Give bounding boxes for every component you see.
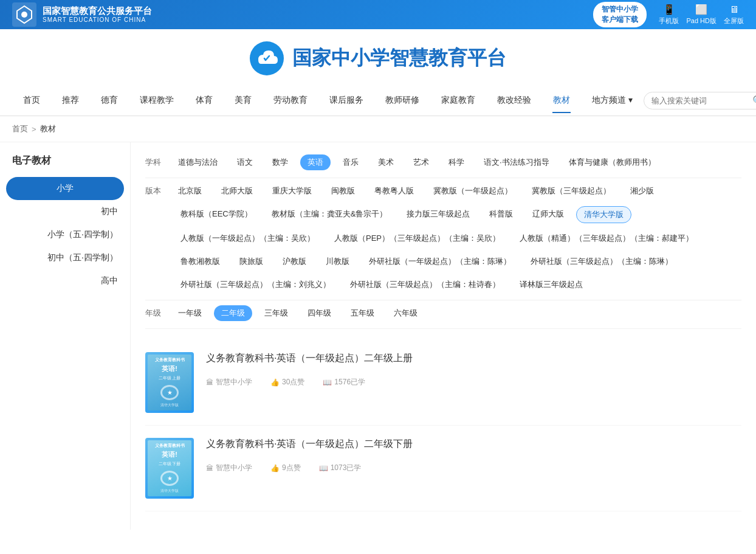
nav-course[interactable]: 课程教学 [129, 88, 185, 113]
search-input[interactable] [651, 96, 749, 105]
search-icon[interactable]: 🔍 [752, 95, 756, 106]
grade-4[interactable]: 四年级 [300, 305, 338, 321]
filter-content-area: 学科 道德与法治 语文 数学 英语 音乐 美术 艺术 科学 语文·书法练习指导 … [131, 142, 756, 530]
top-bar: 国家智慧教育公共服务平台 SMART EDUCATION OF CHINA 智管… [0, 0, 756, 29]
book-cover-2: 义务教育教科书 英语! 二年级 下册 ★ 清华大学版 [145, 438, 194, 499]
sidebar-item-high[interactable]: 高中 [0, 269, 130, 293]
edition-pep[interactable]: 人教版（PEP）（三年级起点）（主编：吴欣） [327, 230, 507, 246]
edition-chuan[interactable]: 川教版 [318, 254, 357, 269]
grade-filter-row: 年级 一年级 二年级 三年级 四年级 五年级 六年级 [145, 305, 741, 321]
subject-art[interactable]: 艺术 [406, 154, 436, 170]
edition-yue[interactable]: 粤教粤人版 [367, 183, 421, 199]
filter-divider-2 [145, 300, 741, 300]
edition-gong[interactable]: 教材版（主编：龚亚夫&鲁宗干） [264, 206, 395, 223]
book-likes-2: 👍 9点赞 [270, 463, 301, 473]
nav-reform[interactable]: 教改经验 [486, 88, 542, 113]
edition-yilin[interactable]: 译林版三年级起点 [512, 277, 590, 293]
nav-local[interactable]: 地方频道 ▾ [581, 88, 644, 113]
sidebar-item-middle[interactable]: 初中 [0, 200, 130, 223]
sidebar-item-elementary[interactable]: 小学 [6, 177, 124, 200]
edition-chongqing[interactable]: 重庆大学版 [265, 183, 319, 199]
mobile-label: 手机版 [659, 16, 679, 26]
source-icon-2: 🏛 [206, 464, 213, 473]
edition-shan[interactable]: 陕旅版 [232, 254, 270, 269]
subject-chinese[interactable]: 语文 [230, 154, 260, 170]
subject-label: 学科 [145, 154, 163, 168]
edition-ji-1[interactable]: 冀教版（一年级起点） [426, 183, 520, 199]
edition-eec[interactable]: 教科版（EEC学院） [173, 206, 259, 223]
subject-pe[interactable]: 体育与健康（教师用书） [562, 154, 663, 170]
grade-3[interactable]: 三年级 [257, 305, 295, 321]
sidebar: 电子教材 小学 初中 小学（五·四学制） 初中（五·四学制） 高中 [0, 142, 131, 530]
breadcrumb-home[interactable]: 首页 [12, 123, 28, 134]
grade-2[interactable]: 二年级 [214, 305, 252, 321]
nav-labor[interactable]: 劳动教育 [263, 88, 318, 113]
search-box: 🔍 [644, 92, 756, 109]
grade-6[interactable]: 六年级 [387, 305, 425, 321]
learner-icon-1: 📖 [323, 378, 332, 387]
nav-moral[interactable]: 德育 [90, 88, 129, 113]
edition-beijing[interactable]: 北京版 [171, 183, 209, 199]
nav-recommend[interactable]: 推荐 [51, 88, 90, 113]
subject-fineart[interactable]: 美术 [371, 154, 401, 170]
download-button[interactable]: 智管中小学客户端下载 [593, 2, 647, 27]
edition-qinghua[interactable]: 清华大学版 [576, 206, 631, 223]
nav-after-school[interactable]: 课后服务 [318, 88, 374, 113]
edition-tags-5: 外研社版（三年级起点）（主编：刘兆义） 外研社版（三年级起点）（主编：桂诗春） … [173, 277, 590, 293]
book-learners-2: 📖 1073已学 [319, 463, 362, 473]
edition-jieli[interactable]: 接力版三年级起点 [399, 206, 477, 223]
edition-xiang[interactable]: 湘少版 [623, 183, 661, 199]
edition-liaoshi[interactable]: 辽师大版 [525, 206, 571, 223]
like-icon-1: 👍 [270, 378, 280, 387]
sidebar-title: 电子教材 [0, 154, 130, 177]
edition-label: 版本 [145, 183, 163, 196]
subject-moral[interactable]: 道德与法治 [171, 154, 225, 170]
filter-divider-1 [145, 178, 741, 178]
book-source-1: 🏛 智慧中小学 [206, 377, 252, 387]
edition-waiyian-3c[interactable]: 外研社版（三年级起点）（主编：桂诗春） [343, 277, 507, 293]
like-icon-2: 👍 [270, 464, 280, 473]
top-bar-right: 智管中小学客户端下载 📱 手机版 ⬜ Pad HD版 🖥 全屏版 [593, 2, 744, 27]
edition-renjiao-1[interactable]: 人教版（一年级起点）（主编：吴欣） [173, 230, 322, 246]
grade-1[interactable]: 一年级 [171, 305, 209, 321]
nav-arts[interactable]: 美育 [224, 88, 263, 113]
book-info-2: 义务教育教科书·英语（一年级起点）二年级下册 🏛 智慧中小学 👍 9点赞 📖 [206, 438, 741, 473]
edition-waiyian-3b[interactable]: 外研社版（三年级起点）（主编：刘兆义） [173, 277, 338, 293]
subject-math[interactable]: 数学 [265, 154, 295, 170]
nav-family[interactable]: 家庭教育 [430, 88, 486, 113]
nav-bar: 首页 推荐 德育 课程教学 体育 美育 劳动教育 课后服务 教师研修 家庭教育 … [0, 85, 756, 116]
book-meta-1: 🏛 智慧中小学 👍 30点赞 📖 1576已学 [206, 377, 741, 387]
edition-lu[interactable]: 鲁教湘教版 [173, 254, 227, 269]
pad-device[interactable]: ⬜ Pad HD版 [686, 4, 716, 26]
subject-calligraphy[interactable]: 语文·书法练习指导 [476, 154, 557, 170]
book-cover-1: 义务教育教科书 英语! 二年级 上册 ★ 清华大学版 [145, 352, 194, 413]
book-title-2[interactable]: 义务教育教科书·英语（一年级起点）二年级下册 [206, 438, 741, 451]
nav-home[interactable]: 首页 [12, 88, 51, 113]
edition-waiyian-3[interactable]: 外研社版（三年级起点）（主编：陈琳） [523, 254, 680, 269]
edition-jt[interactable]: 人教版（精通）（三年级起点）（主编：郝建平） [512, 230, 701, 246]
book-likes-1: 👍 30点赞 [270, 377, 304, 387]
edition-ji-3[interactable]: 冀教版（三年级起点） [524, 183, 618, 199]
logo-main-text: 国家中小学智慧教育平台 [292, 45, 506, 72]
nav-teacher[interactable]: 教师研修 [374, 88, 430, 113]
edition-hu[interactable]: 沪教版 [275, 254, 314, 269]
fullscreen-device[interactable]: 🖥 全屏版 [724, 4, 744, 26]
edition-tags-4: 鲁教湘教版 陕旅版 沪教版 川教版 外研社版（一年级起点）（主编：陈琳） 外研社… [173, 254, 680, 269]
subject-science[interactable]: 科学 [441, 154, 472, 170]
edition-kepu[interactable]: 科普版 [482, 206, 520, 223]
edition-min[interactable]: 闽教版 [324, 183, 362, 199]
edition-waiyian-1[interactable]: 外研社版（一年级起点）（主编：陈琳） [362, 254, 518, 269]
sidebar-item-elementary-alt[interactable]: 小学（五·四学制） [0, 223, 130, 246]
book-title-1[interactable]: 义务教育教科书·英语（一年级起点）二年级上册 [206, 352, 741, 365]
fullscreen-label: 全屏版 [724, 16, 744, 26]
subject-music[interactable]: 音乐 [335, 154, 366, 170]
device-options: 📱 手机版 ⬜ Pad HD版 🖥 全屏版 [659, 4, 744, 26]
book-item-1: 义务教育教科书 英语! 二年级 上册 ★ 清华大学版 义务教育教科书·英语（一年… [145, 340, 741, 426]
mobile-device[interactable]: 📱 手机版 [659, 4, 679, 26]
nav-sports[interactable]: 体育 [185, 88, 224, 113]
subject-english[interactable]: 英语 [300, 154, 331, 170]
sidebar-item-middle-alt[interactable]: 初中（五·四学制） [0, 246, 130, 269]
grade-5[interactable]: 五年级 [343, 305, 382, 321]
nav-textbook[interactable]: 教材 [542, 88, 581, 113]
edition-bsd[interactable]: 北师大版 [214, 183, 260, 199]
